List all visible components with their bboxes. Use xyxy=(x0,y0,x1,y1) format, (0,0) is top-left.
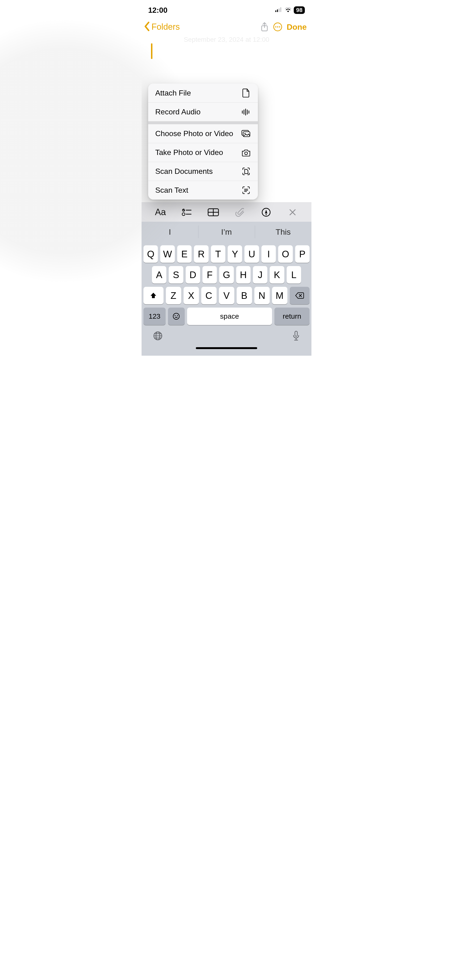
key-row-2: A S D F G H J K L xyxy=(142,266,311,283)
key-y[interactable]: Y xyxy=(228,245,242,263)
key-o[interactable]: O xyxy=(278,245,293,263)
checklist-icon xyxy=(182,208,192,216)
key-row-3: Z X C V B N M xyxy=(142,287,311,304)
svg-point-25 xyxy=(182,213,185,216)
shift-icon xyxy=(150,292,157,299)
status-bar: 12:00 98 xyxy=(142,0,311,18)
markup-button[interactable] xyxy=(258,206,274,219)
numbers-key[interactable]: 123 xyxy=(144,307,166,325)
attachment-button[interactable] xyxy=(231,206,248,219)
markup-icon xyxy=(262,208,271,217)
mic-icon xyxy=(292,331,300,341)
record-audio-option[interactable]: Record Audio xyxy=(148,102,258,121)
status-time: 12:00 xyxy=(148,6,167,14)
key-q[interactable]: Q xyxy=(144,245,158,263)
scan-text-option[interactable]: Scan Text xyxy=(148,181,258,199)
battery-pill: 98 xyxy=(294,6,305,14)
back-button[interactable]: Folders xyxy=(144,21,180,32)
key-c[interactable]: C xyxy=(201,287,217,304)
key-g[interactable]: G xyxy=(219,266,234,283)
key-p[interactable]: P xyxy=(295,245,309,263)
svg-point-35 xyxy=(173,313,179,319)
key-f[interactable]: F xyxy=(203,266,217,283)
key-x[interactable]: X xyxy=(183,287,199,304)
nav-bar: Folders Done xyxy=(142,18,311,35)
svg-point-36 xyxy=(175,315,175,316)
menu-separator xyxy=(148,121,258,124)
return-key[interactable]: return xyxy=(274,307,309,325)
checklist-button[interactable] xyxy=(179,206,195,219)
menu-item-label: Attach File xyxy=(155,89,191,97)
done-button[interactable]: Done xyxy=(287,22,307,32)
svg-rect-0 xyxy=(275,10,276,12)
note-editor[interactable]: September 23, 2024 at 12:00 Attach File … xyxy=(142,35,311,202)
choose-photo-option[interactable]: Choose Photo or Video xyxy=(148,124,258,143)
more-button[interactable] xyxy=(271,20,284,33)
key-l[interactable]: L xyxy=(287,266,301,283)
table-button[interactable] xyxy=(205,206,222,219)
key-m[interactable]: M xyxy=(272,287,287,304)
key-u[interactable]: U xyxy=(244,245,259,263)
chevron-left-icon xyxy=(144,21,150,32)
text-style-button[interactable]: Aa xyxy=(152,206,169,219)
suggestion-1[interactable]: I xyxy=(142,222,198,242)
svg-rect-2 xyxy=(279,8,279,12)
menu-item-label: Scan Text xyxy=(155,186,188,194)
dictation-key[interactable] xyxy=(292,331,300,342)
key-r[interactable]: R xyxy=(194,245,208,263)
key-i[interactable]: I xyxy=(262,245,276,263)
key-t[interactable]: T xyxy=(211,245,225,263)
key-v[interactable]: V xyxy=(219,287,234,304)
attach-file-option[interactable]: Attach File xyxy=(148,83,258,102)
key-n[interactable]: N xyxy=(254,287,270,304)
status-indicators: 98 xyxy=(275,6,305,14)
scan-documents-option[interactable]: Scan Documents xyxy=(148,162,258,181)
key-w[interactable]: W xyxy=(160,245,175,263)
software-keyboard: I I’m This Q W E R T Y U I O P A S D F G… xyxy=(142,222,311,356)
emoji-key[interactable] xyxy=(168,307,185,325)
key-b[interactable]: B xyxy=(237,287,252,304)
take-photo-option[interactable]: Take Photo or Video xyxy=(148,143,258,162)
close-toolbar-button[interactable] xyxy=(284,206,301,219)
share-button[interactable] xyxy=(258,20,271,33)
key-k[interactable]: K xyxy=(270,266,284,283)
suggestion-2[interactable]: I’m xyxy=(198,222,255,242)
svg-rect-41 xyxy=(295,331,297,336)
backspace-key[interactable] xyxy=(290,287,310,304)
key-s[interactable]: S xyxy=(169,266,183,283)
globe-key[interactable] xyxy=(153,331,163,342)
suggestion-bar: I I’m This xyxy=(142,222,311,242)
svg-point-9 xyxy=(277,26,278,28)
attachment-menu: Attach File Record Audio xyxy=(148,83,258,199)
menu-item-label: Choose Photo or Video xyxy=(155,129,233,138)
svg-point-37 xyxy=(177,315,178,316)
home-indicator[interactable] xyxy=(196,347,257,349)
note-date-watermark: September 23, 2024 at 12:00 xyxy=(142,36,311,43)
key-j[interactable]: J xyxy=(253,266,267,283)
shift-key[interactable] xyxy=(144,287,164,304)
file-icon xyxy=(241,88,251,98)
suggestion-3[interactable]: This xyxy=(255,222,311,242)
text-format-icon: Aa xyxy=(155,207,166,217)
scan-text-icon xyxy=(241,186,251,195)
space-key[interactable]: space xyxy=(187,307,272,325)
backspace-icon xyxy=(295,292,304,299)
key-z[interactable]: Z xyxy=(166,287,181,304)
table-icon xyxy=(207,208,219,216)
emoji-icon xyxy=(172,312,180,320)
key-h[interactable]: H xyxy=(236,266,250,283)
cellular-icon xyxy=(275,7,282,13)
key-d[interactable]: D xyxy=(186,266,200,283)
back-label: Folders xyxy=(152,22,180,32)
menu-item-label: Scan Documents xyxy=(155,167,213,176)
paperclip-icon xyxy=(236,208,244,217)
close-icon xyxy=(289,209,296,216)
formatting-toolbar: Aa xyxy=(142,202,311,222)
key-e[interactable]: E xyxy=(177,245,191,263)
text-cursor xyxy=(151,43,152,59)
key-row-4: 123 space return xyxy=(142,307,311,325)
svg-point-18 xyxy=(244,133,246,134)
key-a[interactable]: A xyxy=(152,266,166,283)
svg-point-19 xyxy=(245,152,247,155)
menu-item-label: Record Audio xyxy=(155,108,201,116)
